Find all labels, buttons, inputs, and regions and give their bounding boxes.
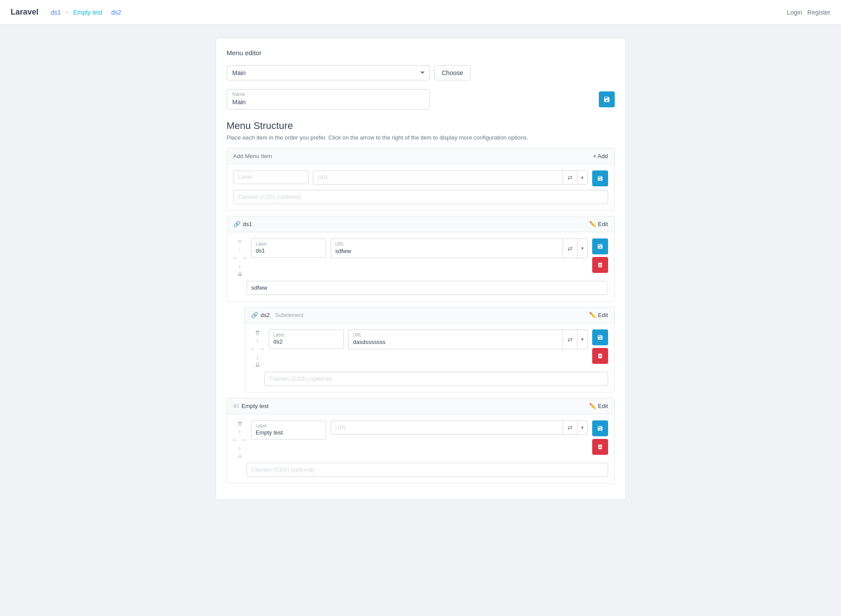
empty-test-move-up[interactable]: ↑ xyxy=(238,428,242,435)
add-css-input[interactable] xyxy=(238,193,603,200)
ds1-panel-header: 🔗 ds1 ✏️ Edit xyxy=(227,216,614,232)
ds1-url-input[interactable] xyxy=(335,248,558,254)
ds2-edit-label: Edit xyxy=(598,312,608,318)
empty-test-label-input[interactable] xyxy=(256,429,321,436)
ds2-move-down[interactable]: ↓ xyxy=(255,353,259,360)
add-css-input-wrap xyxy=(233,190,608,204)
ds2-move-bottom[interactable]: ⇊ xyxy=(255,361,261,368)
empty-test-css-input-wrap xyxy=(247,463,608,477)
ds1-save-button[interactable] xyxy=(592,238,608,254)
ds1-css-row xyxy=(233,281,608,295)
add-save-icon xyxy=(597,175,603,181)
ds1-move-top[interactable]: ⇈ xyxy=(237,238,243,246)
navbar: Laravel ds1 › Empty test ds2 Login Regis… xyxy=(0,0,841,25)
ds2-css-indent xyxy=(264,372,608,386)
nav-links: ds1 › Empty test ds2 xyxy=(47,7,787,18)
empty-test-url-input[interactable] xyxy=(335,424,558,431)
empty-test-delete-button[interactable] xyxy=(592,439,608,455)
empty-test-move-top[interactable]: ⇈ xyxy=(237,420,243,427)
ds2-move-lr: ← → xyxy=(250,345,266,352)
empty-test-url-input-wrap xyxy=(331,420,563,435)
empty-test-url-switch-button[interactable]: ⇄ xyxy=(563,420,577,435)
empty-test-edit-button[interactable]: ✏️ Edit xyxy=(589,403,608,409)
add-fields-row: ⇄ ▾ xyxy=(233,170,608,186)
ds2-url-input[interactable] xyxy=(353,339,558,345)
menu-select[interactable]: Main xyxy=(227,65,430,80)
add-label-input[interactable] xyxy=(238,174,304,180)
ds2-url-switch-button[interactable]: ⇄ xyxy=(563,329,577,349)
login-link[interactable]: Login xyxy=(787,9,802,16)
ds1-css-input[interactable] xyxy=(251,284,603,291)
ds1-move-down[interactable]: ↓ xyxy=(238,262,242,269)
empty-test-move-left[interactable]: ← xyxy=(232,436,239,443)
ds1-url-switch-button[interactable]: ⇄ xyxy=(563,238,577,258)
ds2-move-left[interactable]: ← xyxy=(250,345,257,352)
page-title: Menu editor xyxy=(227,49,615,57)
empty-test-move-down[interactable]: ↓ xyxy=(238,444,242,451)
nav-link-empty-test[interactable]: Empty test xyxy=(70,7,106,18)
ds1-move-up[interactable]: ↑ xyxy=(238,246,242,253)
menu-item-empty-test: 🏷 Empty test ✏️ Edit ⇈ ↑ ← xyxy=(227,398,615,484)
nav-link-ds2[interactable]: ds2 xyxy=(108,7,125,18)
ds2-move-up[interactable]: ↑ xyxy=(255,337,259,344)
add-url-input[interactable] xyxy=(318,174,558,181)
ds1-url-dropdown-button[interactable]: ▾ xyxy=(577,238,588,258)
ds1-move-left[interactable]: ← xyxy=(232,254,239,261)
empty-test-url-group: ⇄ ▾ xyxy=(331,420,588,435)
ds2-label: ds2 xyxy=(261,312,270,318)
ds2-label-input[interactable] xyxy=(274,338,339,345)
add-menu-item-button[interactable]: + Add xyxy=(593,153,608,159)
ds1-edit-label: Edit xyxy=(598,221,608,227)
ds2-save-button[interactable] xyxy=(592,329,608,345)
empty-test-move-col: ⇈ ↑ ← → ↓ ⇊ xyxy=(233,420,247,459)
ds1-panel-body: ⇈ ↑ ← → ↓ ⇊ Label xyxy=(227,232,614,301)
register-link[interactable]: Register xyxy=(807,9,830,16)
section-title: Menu Structure xyxy=(227,120,615,132)
nav-link-ds1[interactable]: ds1 xyxy=(47,7,65,18)
ds2-panel-body: ⇈ ↑ ← → ↓ ⇊ Label xyxy=(245,323,614,392)
ds2-move-top[interactable]: ⇈ xyxy=(255,329,261,336)
ds2-move-right[interactable]: → xyxy=(259,345,266,352)
ds2-edit-button[interactable]: ✏️ Edit xyxy=(589,312,608,318)
empty-test-save-button[interactable] xyxy=(592,420,608,436)
ds2-fields-row: ⇈ ↑ ← → ↓ ⇊ Label xyxy=(251,329,608,368)
add-url-dropdown-button[interactable]: ▾ xyxy=(577,170,588,185)
section-desc: Place each item in the order you prefer.… xyxy=(227,134,615,141)
name-field-label: Name xyxy=(232,91,245,97)
empty-test-url-dropdown-button[interactable]: ▾ xyxy=(577,420,588,435)
menu-item-ds1: 🔗 ds1 ✏️ Edit ⇈ ↑ ← xyxy=(227,216,615,302)
empty-test-move-bottom[interactable]: ⇊ xyxy=(237,452,243,459)
menu-structure-section: Menu Structure Place each item in the or… xyxy=(227,120,615,484)
brand-logo: Laravel xyxy=(11,8,38,17)
ds1-move-right[interactable]: → xyxy=(241,254,248,261)
add-css-row xyxy=(233,190,608,204)
add-url-input-wrap xyxy=(313,170,563,185)
choose-button[interactable]: Choose xyxy=(434,65,471,80)
ds2-label-fieldlabel: Label xyxy=(274,333,339,337)
ds2-css-input[interactable] xyxy=(269,375,603,382)
ds1-move-bottom[interactable]: ⇊ xyxy=(237,270,243,277)
empty-test-url-btn-group: ⇄ ▾ xyxy=(563,420,588,435)
empty-test-css-row xyxy=(233,463,608,477)
ds2-action-btns xyxy=(592,329,608,364)
add-url-switch-button[interactable]: ⇄ xyxy=(563,170,577,185)
save-name-button[interactable] xyxy=(599,91,615,107)
ds1-move-col: ⇈ ↑ ← → ↓ ⇊ xyxy=(233,238,247,277)
name-input[interactable] xyxy=(232,92,424,106)
add-label-col xyxy=(233,170,308,184)
add-save-button[interactable] xyxy=(592,170,608,186)
page-wrapper: Menu editor Main Choose Name Menu Struct… xyxy=(209,38,633,500)
ds2-url-dropdown-button[interactable]: ▾ xyxy=(577,329,588,349)
ds2-link-icon: 🔗 xyxy=(251,312,258,318)
empty-test-save-icon xyxy=(597,425,603,431)
add-url-group: ⇄ ▾ xyxy=(313,170,588,185)
ds1-label-input[interactable] xyxy=(256,247,321,254)
empty-test-css-input[interactable] xyxy=(251,466,603,473)
ds1-url-group: URL ⇄ ▾ xyxy=(331,238,588,258)
ds2-delete-button[interactable] xyxy=(592,348,608,364)
empty-test-delete-icon xyxy=(597,444,603,450)
ds1-delete-button[interactable] xyxy=(592,257,608,273)
ds1-edit-button[interactable]: ✏️ Edit xyxy=(589,221,608,227)
empty-test-edit-label: Edit xyxy=(598,403,608,409)
empty-test-move-right[interactable]: → xyxy=(241,436,248,443)
